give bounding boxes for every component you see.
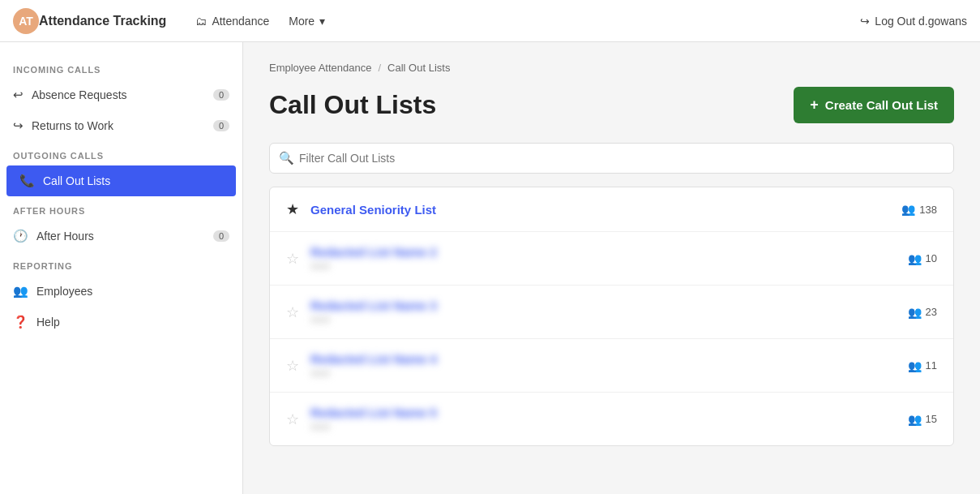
logout-icon: ↪ — [860, 15, 870, 28]
count-value: 11 — [926, 359, 937, 372]
sidebar-item-employees[interactable]: 👥 Employees — [0, 276, 242, 307]
star-button[interactable]: ☆ — [286, 410, 299, 428]
count-value: 10 — [926, 252, 937, 264]
help-label: Help — [36, 316, 229, 329]
plus-icon: + — [810, 97, 819, 114]
create-call-out-list-button[interactable]: + Create Call Out List — [794, 87, 954, 123]
list-item-content: Redacted List Name 4xxxx — [310, 352, 897, 379]
call-out-lists-icon: 📞 — [19, 174, 35, 188]
breadcrumb-separator: / — [378, 62, 381, 74]
layout: Incoming Calls ↩ Absence Requests 0 ↪ Re… — [0, 42, 980, 494]
list-item-count: 👥11 — [908, 359, 937, 372]
attendance-label: Attendance — [212, 15, 269, 28]
list-item[interactable]: ☆Redacted List Name 2xxxx👥10 — [270, 232, 953, 286]
more-nav-button[interactable]: More ▾ — [279, 10, 335, 32]
chevron-down-icon: ▾ — [319, 15, 325, 28]
page-header: Call Out Lists + Create Call Out List — [269, 87, 954, 123]
incoming-calls-section-label: Incoming Calls — [0, 55, 242, 79]
people-icon: 👥 — [908, 252, 922, 265]
filter-input[interactable] — [269, 143, 954, 174]
star-button[interactable]: ★ — [286, 200, 299, 218]
call-out-lists-label: Call Out Lists — [43, 174, 223, 187]
absence-requests-badge: 0 — [213, 89, 229, 101]
people-icon: 👥 — [908, 306, 922, 319]
star-button[interactable]: ☆ — [286, 357, 299, 375]
create-button-label: Create Call Out List — [825, 98, 938, 112]
employees-icon: 👥 — [13, 284, 28, 299]
after-hours-badge: 0 — [213, 230, 229, 242]
list-item[interactable]: ☆Redacted List Name 5xxxx👥15 — [270, 393, 953, 445]
list-item-sub: xxxx — [310, 421, 897, 432]
reporting-section-label: Reporting — [0, 251, 242, 276]
absence-requests-icon: ↩ — [13, 88, 24, 102]
breadcrumb: Employee Attendance / Call Out Lists — [269, 62, 954, 74]
sidebar-item-after-hours[interactable]: 🕐 After Hours 0 — [0, 221, 242, 251]
people-icon: 👥 — [908, 413, 922, 426]
help-icon: ❓ — [13, 315, 28, 329]
returns-to-work-label: Returns to Work — [32, 119, 205, 132]
attendance-nav-button[interactable]: 🗂 Attendance — [186, 10, 279, 32]
outgoing-calls-section-label: Outgoing Calls — [0, 141, 242, 165]
search-icon: 🔍 — [279, 151, 294, 165]
list-item-content: Redacted List Name 3xxxx — [310, 299, 897, 325]
breadcrumb-parent[interactable]: Employee Attendance — [269, 62, 371, 74]
app-title: Attendance Tracking — [39, 14, 166, 28]
topnav: AT Attendance Tracking 🗂 Attendance More… — [0, 0, 980, 42]
returns-to-work-badge: 0 — [213, 120, 229, 131]
count-value: 138 — [919, 204, 937, 216]
sidebar-item-returns-to-work[interactable]: ↪ Returns to Work 0 — [0, 110, 242, 141]
list-item[interactable]: ★General Seniority List👥138 — [270, 187, 953, 232]
attendance-icon: 🗂 — [195, 15, 207, 28]
user-avatar: AT — [13, 8, 39, 34]
list-item-count: 👥15 — [908, 413, 937, 426]
more-label: More — [289, 15, 315, 28]
list-item-name: Redacted List Name 4 — [310, 352, 897, 366]
logout-button[interactable]: ↪ Log Out d.gowans — [860, 15, 967, 28]
star-button[interactable]: ☆ — [286, 250, 299, 268]
list-item-content: Redacted List Name 5xxxx — [310, 406, 897, 432]
sidebar: Incoming Calls ↩ Absence Requests 0 ↪ Re… — [0, 42, 243, 494]
filter-row: 🔍 — [269, 143, 954, 174]
list-item-count: 👥23 — [908, 306, 937, 319]
list-item-count: 👥10 — [908, 252, 937, 265]
list-item-sub: xxxx — [310, 367, 897, 379]
count-value: 15 — [926, 413, 937, 425]
after-hours-icon: 🕐 — [13, 229, 28, 243]
list-item-name: Redacted List Name 3 — [310, 299, 897, 312]
logout-label: Log Out d.gowans — [875, 15, 967, 28]
absence-requests-label: Absence Requests — [32, 88, 205, 101]
topnav-right: ↪ Log Out d.gowans — [860, 15, 967, 28]
main-content: Employee Attendance / Call Out Lists Cal… — [243, 42, 980, 494]
list-item-name: Redacted List Name 5 — [310, 406, 897, 419]
returns-to-work-icon: ↪ — [13, 118, 24, 133]
page-title: Call Out Lists — [269, 90, 436, 120]
list-item-name: General Seniority List — [310, 203, 890, 217]
sidebar-item-call-out-lists[interactable]: 📞 Call Out Lists — [6, 165, 236, 196]
employees-label: Employees — [36, 285, 229, 298]
people-icon: 👥 — [901, 203, 915, 216]
list-item[interactable]: ☆Redacted List Name 4xxxx👥11 — [270, 339, 953, 393]
filter-input-wrap: 🔍 — [269, 143, 954, 174]
list-item-count: 👥138 — [901, 203, 937, 216]
list-item-content: General Seniority List — [310, 203, 890, 217]
breadcrumb-current: Call Out Lists — [387, 62, 450, 74]
list-item-content: Redacted List Name 2xxxx — [310, 245, 897, 272]
list-item[interactable]: ☆Redacted List Name 3xxxx👥23 — [270, 286, 953, 339]
list-item-sub: xxxx — [310, 314, 897, 325]
count-value: 23 — [926, 306, 937, 318]
after-hours-label: After Hours — [36, 230, 205, 243]
sidebar-item-absence-requests[interactable]: ↩ Absence Requests 0 — [0, 79, 242, 110]
people-icon: 👥 — [908, 359, 922, 372]
after-hours-section-label: After Hours — [0, 196, 242, 221]
list-item-name: Redacted List Name 2 — [310, 245, 897, 259]
star-button[interactable]: ☆ — [286, 303, 299, 321]
call-out-lists-container: ★General Seniority List👥138☆Redacted Lis… — [269, 187, 954, 446]
sidebar-item-help[interactable]: ❓ Help — [0, 307, 242, 337]
list-item-sub: xxxx — [310, 260, 897, 272]
